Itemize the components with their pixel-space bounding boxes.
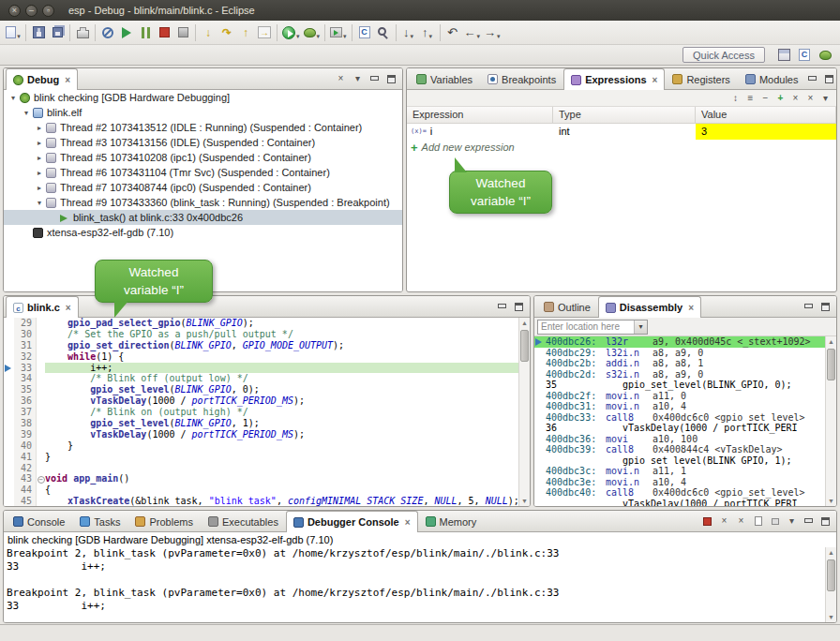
- add-expression-row[interactable]: + Add new expression: [407, 140, 836, 156]
- external-tools-button[interactable]: ▾: [328, 22, 349, 43]
- instruction-stepping-button[interactable]: →: [255, 22, 274, 43]
- minimize-icon[interactable]: [802, 514, 816, 529]
- collapse-icon[interactable]: ▾: [8, 94, 19, 102]
- last-edit-location-button[interactable]: ↶: [443, 22, 462, 43]
- code-text[interactable]: vTaskDelay(1000 / portTICK_PERIOD_MS);: [45, 395, 518, 407]
- breakpoint-gutter[interactable]: [4, 395, 14, 407]
- breakpoint-gutter[interactable]: [4, 463, 14, 474]
- remove-selected-expressions-icon[interactable]: ×: [788, 91, 802, 106]
- scrollbar-thumb[interactable]: [520, 330, 529, 362]
- expression-row[interactable]: (x)= i int 3: [407, 124, 836, 140]
- disassembly-line[interactable]: 400dbc2b:addi.na8, a8, 1: [534, 358, 825, 369]
- breakpoint-gutter[interactable]: [4, 496, 14, 506]
- tab-disassembly[interactable]: Disassembly×: [598, 296, 701, 318]
- code-text[interactable]: gpio_set_level(BLINK_GPIO, 1);: [45, 418, 518, 429]
- breakpoint-gutter[interactable]: [4, 351, 14, 363]
- view-menu-icon[interactable]: ▾: [785, 514, 799, 529]
- disassembly-line[interactable]: 400dbc39:call80x400844c4 <vTaskDelay>: [534, 444, 825, 455]
- disassembly-line[interactable]: 35gpio_set_level(BLINK_GPIO, 0);: [534, 380, 825, 391]
- forward-button[interactable]: →▾: [482, 22, 502, 43]
- search-button[interactable]: [374, 22, 393, 43]
- code-text[interactable]: }: [45, 452, 518, 463]
- remove-all-terminated-icon[interactable]: ×: [334, 71, 348, 86]
- run-button[interactable]: ▾: [280, 22, 302, 43]
- breakpoint-gutter[interactable]: [4, 418, 14, 429]
- disassembly-line[interactable]: 400dbc26:l32ra9, 0x400d045c <_stext+1092…: [534, 336, 825, 348]
- tab-executables[interactable]: Executables: [201, 511, 286, 531]
- close-tab-icon[interactable]: ×: [66, 303, 71, 313]
- add-new-expression-icon[interactable]: +: [773, 91, 788, 106]
- tab-breakpoints[interactable]: Breakpoints: [480, 68, 563, 89]
- code-text[interactable]: /* Blink on (output high) */: [45, 407, 518, 418]
- column-header-type[interactable]: Type: [553, 107, 696, 123]
- column-header-value[interactable]: Value: [696, 107, 836, 123]
- debug-perspective-button[interactable]: [816, 45, 834, 66]
- disassembly-line[interactable]: vTaskDelay(1000 / portTICK_PERI: [534, 499, 825, 507]
- debug-tree-item[interactable]: ▸Thread #2 1073413512 (IDLE : Running) (…: [4, 120, 402, 135]
- disassembly-line[interactable]: 400dbc33:call80x400dc6c0 <gpio_set_level…: [534, 412, 825, 424]
- debug-tree-item[interactable]: ▾blink checking [GDB Hardware Debugging]: [4, 90, 402, 105]
- maximize-icon[interactable]: [822, 71, 836, 86]
- scroll-up-icon[interactable]: ▲: [519, 318, 530, 328]
- show-type-names-icon[interactable]: ↕: [728, 91, 742, 106]
- tab-tasks[interactable]: Tasks: [72, 511, 128, 531]
- code-text[interactable]: {: [45, 484, 518, 496]
- breakpoint-gutter[interactable]: [4, 373, 14, 384]
- breakpoint-gutter[interactable]: [4, 473, 14, 484]
- save-button[interactable]: [29, 22, 48, 43]
- close-tab-icon[interactable]: ×: [652, 75, 658, 85]
- close-tab-icon[interactable]: ×: [405, 517, 411, 528]
- breakpoint-gutter[interactable]: [4, 484, 14, 496]
- code-text[interactable]: vTaskDelay(1000 / portTICK_PERIOD_MS);: [45, 429, 518, 440]
- scroll-lock-icon[interactable]: [768, 514, 782, 529]
- disassembly-line[interactable]: 400dbc40:call80x400dc6c0 <gpio_set_level…: [534, 487, 825, 499]
- breakpoint-gutter[interactable]: [4, 329, 14, 340]
- disconnect-button[interactable]: [173, 22, 192, 43]
- code-text[interactable]: /* Set the GPIO as a push/pull output */: [45, 329, 518, 340]
- next-annotation-button[interactable]: ↓▾: [399, 22, 418, 43]
- disassembly-line[interactable]: 400dbc3c:movi.na11, 1: [534, 466, 825, 477]
- disassembly-line[interactable]: 400dbc29:l32i.na8, a9, 0: [534, 348, 825, 359]
- expand-icon[interactable]: ▸: [34, 124, 45, 132]
- print-button[interactable]: [73, 22, 92, 43]
- location-dropdown-icon[interactable]: ▾: [634, 320, 647, 334]
- debug-button[interactable]: ▾: [302, 22, 322, 43]
- breakpoint-gutter[interactable]: [4, 452, 14, 463]
- close-tab-icon[interactable]: ×: [65, 75, 70, 85]
- new-c-project-button[interactable]: C: [355, 22, 374, 43]
- code-text[interactable]: gpio_set_direction(BLINK_GPIO, GPIO_MODE…: [45, 340, 518, 351]
- breakpoint-gutter[interactable]: [4, 340, 14, 351]
- code-text[interactable]: /* Blink off (output low) */: [45, 373, 518, 384]
- quick-access-button[interactable]: Quick Access: [682, 47, 765, 63]
- disassembly-line[interactable]: gpio_set_level(BLINK_GPIO, 1);: [534, 455, 825, 467]
- scrollbar-thumb[interactable]: [827, 349, 835, 380]
- fold-icon[interactable]: −: [38, 476, 45, 484]
- breakpoint-gutter[interactable]: [4, 384, 14, 395]
- resume-button[interactable]: [117, 22, 136, 43]
- disassembly-line[interactable]: 400dbc31:movi.na10, 4: [534, 401, 825, 412]
- debug-tree-item[interactable]: ▾blink.elf: [4, 105, 402, 120]
- remove-all-expressions-icon[interactable]: ×: [803, 91, 818, 106]
- minimize-icon[interactable]: [805, 71, 819, 86]
- vertical-scrollbar[interactable]: ▲ ▼: [825, 547, 836, 622]
- maximize-icon[interactable]: [512, 299, 526, 314]
- expand-icon[interactable]: ▸: [34, 184, 45, 192]
- open-perspective-button[interactable]: [774, 45, 793, 66]
- tab-outline[interactable]: Outline: [536, 296, 598, 317]
- code-text[interactable]: xTaskCreate(&blink_task, "blink_task", c…: [45, 496, 518, 506]
- terminate-button[interactable]: [155, 22, 173, 43]
- disassembly-line[interactable]: 400dbc36:movia10, 100: [534, 434, 825, 445]
- scroll-down-icon[interactable]: ▼: [826, 496, 836, 506]
- disassembly-line[interactable]: 400dbc3e:movi.na10, 4: [534, 477, 825, 488]
- disassembly-line[interactable]: 400dbc2f:movi.na11, 0: [534, 391, 825, 402]
- tab-debug[interactable]: Debug×: [6, 68, 78, 90]
- console-output[interactable]: Breakpoint 2, blink_task (pvParameter=0x…: [4, 547, 825, 622]
- breakpoint-gutter[interactable]: [4, 318, 14, 329]
- breakpoint-gutter[interactable]: [4, 407, 14, 418]
- view-menu-icon[interactable]: ▾: [351, 71, 365, 86]
- tab-variables[interactable]: Variables: [409, 68, 480, 89]
- new-button[interactable]: ▾: [4, 22, 22, 43]
- debug-tree-item[interactable]: ▸Thread #6 1073431104 (Tmr Svc) (Suspend…: [4, 165, 402, 180]
- tab-expressions[interactable]: Expressions×: [563, 68, 665, 90]
- code-text[interactable]: gpio_set_level(BLINK_GPIO, 0);: [45, 384, 518, 395]
